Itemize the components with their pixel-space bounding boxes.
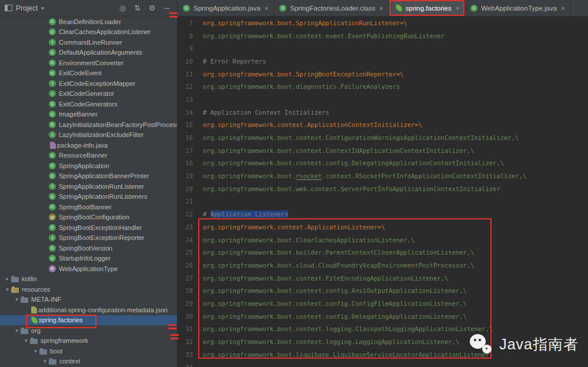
close-tab-icon[interactable]: × bbox=[379, 5, 383, 12]
editor-line[interactable]: 21 bbox=[178, 195, 588, 208]
tree-item-label: EnvironmentConverter bbox=[59, 59, 123, 66]
tree-item-exitcodegenerator[interactable]: IExitCodeGenerator bbox=[0, 89, 177, 99]
project-tree: CBeanDefinitionLoaderCClearCachesApplica… bbox=[0, 16, 177, 367]
collapse-arrow-icon[interactable]: ▾ bbox=[32, 348, 39, 354]
tree-item-exitcodeexceptionmapper[interactable]: IExitCodeExceptionMapper bbox=[0, 78, 177, 89]
editor-line[interactable]: 26org.springframework.boot.cloud.CloudFo… bbox=[178, 259, 588, 272]
tree-item-exitcodeevent[interactable]: CExitCodeEvent bbox=[0, 68, 177, 79]
tree-item-kotlin[interactable]: ▸kotlin bbox=[0, 274, 177, 285]
tree-item-imagebanner[interactable]: CImageBanner bbox=[0, 109, 177, 120]
editor[interactable]: 7org.springframework.boot.SpringApplicat… bbox=[178, 16, 588, 367]
tree-item-springapplicationrunlistener[interactable]: ISpringApplicationRunListener bbox=[0, 181, 177, 192]
code-text: # Error Reporters bbox=[199, 58, 266, 65]
tab-springfactoriesloader-class[interactable]: CSpringFactoriesLoader.class× bbox=[274, 0, 389, 16]
underlined-text: rsocket bbox=[296, 172, 322, 180]
tree-item-lazyinitializationexcludefilter[interactable]: ILazyInitializationExcludeFilter bbox=[0, 130, 177, 141]
tree-item-springbootconfiguration[interactable]: @SpringBootConfiguration bbox=[0, 212, 177, 223]
editor-line[interactable]: 23org.springframework.context.Applicatio… bbox=[178, 221, 588, 233]
tree-item-springbootbanner[interactable]: CSpringBootBanner bbox=[0, 202, 177, 212]
collapse-arrow-icon[interactable]: ▾ bbox=[13, 296, 21, 302]
tab-spring-factories[interactable]: spring.factories× bbox=[389, 0, 465, 16]
close-tab-icon[interactable]: × bbox=[456, 5, 459, 12]
tree-item-springbootexceptionhandler[interactable]: CSpringBootExceptionHandler bbox=[0, 222, 177, 233]
line-number: 17 bbox=[178, 147, 199, 154]
editor-line[interactable]: 13 bbox=[178, 93, 588, 106]
editor-line[interactable]: 14# Application Context Initializers bbox=[178, 106, 588, 119]
collapse-arrow-icon[interactable]: ▾ bbox=[13, 328, 21, 333]
tree-item-resources[interactable]: ▾resources bbox=[0, 284, 177, 295]
tree-item-org[interactable]: ▾org bbox=[0, 325, 177, 336]
close-tab-icon[interactable]: × bbox=[265, 5, 268, 12]
close-tab-icon[interactable]: × bbox=[561, 5, 564, 12]
collapse-arrow-icon[interactable]: ▾ bbox=[22, 338, 30, 343]
tree-item-meta-inf[interactable]: ▾META-INF bbox=[0, 295, 177, 305]
chevron-down-icon[interactable]: ▾ bbox=[41, 5, 44, 11]
tab-webapplicationtype-java[interactable]: CWebApplicationType.java× bbox=[465, 0, 570, 16]
code-text: org.springframework.boot.rsocket.context… bbox=[199, 172, 526, 179]
editor-line[interactable]: 28org.springframework.boot.context.confi… bbox=[178, 284, 588, 297]
editor-line[interactable]: 18org.springframework.boot.context.confi… bbox=[178, 157, 588, 170]
editor-line[interactable]: 9 bbox=[178, 42, 588, 55]
editor-line[interactable]: 31org.springframework.boot.context.loggi… bbox=[178, 323, 588, 336]
class-icon: C bbox=[49, 245, 56, 252]
interface-icon: I bbox=[49, 183, 56, 190]
tree-item-package-info-java[interactable]: package-info.java bbox=[0, 140, 177, 151]
gear-icon[interactable]: ⚙ bbox=[146, 4, 158, 12]
tree-item-boot[interactable]: ▾boot bbox=[0, 346, 177, 356]
tree-item-lazyinitializationbeanfactorypostprocessor[interactable]: CLazyInitializationBeanFactoryPostProces… bbox=[0, 119, 177, 130]
expand-arrow-icon[interactable]: ▸ bbox=[4, 276, 11, 282]
tree-item-exitcodegenerators[interactable]: CExitCodeGenerators bbox=[0, 99, 177, 109]
editor-line[interactable]: 24org.springframework.boot.ClearCachesAp… bbox=[178, 233, 588, 246]
code-text: org.springframework.boot.context.config.… bbox=[199, 287, 467, 294]
collapse-arrow-icon[interactable]: ▾ bbox=[41, 358, 49, 364]
expand-collapse-icon[interactable]: ⇅ bbox=[132, 4, 143, 12]
code-text: org.springframework.boot.context.Context… bbox=[199, 147, 474, 154]
editor-line[interactable]: 17org.springframework.boot.context.Conte… bbox=[178, 144, 588, 157]
tree-item-springframework[interactable]: ▾springframework bbox=[0, 336, 177, 346]
tree-item-beandefinitionloader[interactable]: CBeanDefinitionLoader bbox=[0, 16, 177, 27]
tree-item-defaultapplicationarguments[interactable]: CDefaultApplicationArguments bbox=[0, 48, 177, 58]
tree-item-environmentconverter[interactable]: CEnvironmentConverter bbox=[0, 58, 177, 68]
resources-folder-icon bbox=[11, 288, 19, 293]
editor-line[interactable]: 7org.springframework.boot.SpringApplicat… bbox=[178, 16, 588, 29]
editor-line[interactable]: 16org.springframework.boot.context.Confi… bbox=[178, 131, 588, 144]
line-number: 22 bbox=[178, 211, 199, 218]
tree-item-startupinfologger[interactable]: CStartupInfoLogger bbox=[0, 253, 177, 264]
editor-line[interactable]: 15org.springframework.context.Applicatio… bbox=[178, 119, 588, 132]
project-panel-title[interactable]: Project bbox=[16, 4, 38, 12]
project-pane-icon[interactable] bbox=[5, 5, 12, 11]
tree-item-resourcebanner[interactable]: CResourceBanner bbox=[0, 151, 177, 161]
tree-item-label: package-info.java bbox=[57, 142, 108, 149]
editor-line[interactable]: 10# Error Reporters bbox=[178, 55, 588, 68]
package-info-icon bbox=[50, 142, 56, 149]
tree-item-spring-factories[interactable]: spring.factories bbox=[0, 315, 177, 326]
tree-item-springapplication[interactable]: CSpringApplication bbox=[0, 161, 177, 171]
tree-item-springapplicationbannerprinter[interactable]: CSpringApplicationBannerPrinter bbox=[0, 171, 177, 182]
editor-line[interactable]: 29org.springframework.boot.context.confi… bbox=[178, 297, 588, 310]
editor-line[interactable]: 8org.springframework.boot.context.event.… bbox=[178, 29, 588, 42]
collapse-arrow-icon[interactable]: ▾ bbox=[4, 286, 11, 292]
tree-item-clearcachesapplicationlistener[interactable]: CClearCachesApplicationListener bbox=[0, 27, 177, 38]
editor-line[interactable]: 30org.springframework.boot.context.confi… bbox=[178, 310, 588, 323]
editor-line[interactable]: 12org.springframework.boot.diagnostics.F… bbox=[178, 80, 588, 93]
tree-item-webapplicationtype[interactable]: EWebApplicationType bbox=[0, 263, 177, 274]
tab-springapplication-java[interactable]: CSpringApplication.java× bbox=[178, 0, 274, 16]
editor-line[interactable]: 22# Application Listeners bbox=[178, 208, 588, 221]
tree-item-additional-spring-configuration-metadata-json[interactable]: additional-spring-configuration-metadata… bbox=[0, 305, 177, 315]
locate-file-icon[interactable]: ◎ bbox=[117, 4, 128, 12]
tree-item-commandlinerunner[interactable]: ICommandLineRunner bbox=[0, 37, 177, 48]
editor-line[interactable]: 20org.springframework.boot.web.context.S… bbox=[178, 182, 588, 195]
tree-item-context[interactable]: ▾context bbox=[0, 356, 177, 367]
line-number: 7 bbox=[178, 19, 199, 26]
tree-item-springapplicationrunlisteners[interactable]: CSpringApplicationRunListeners bbox=[0, 192, 177, 202]
editor-line[interactable]: 19org.springframework.boot.rsocket.conte… bbox=[178, 169, 588, 182]
editor-line[interactable]: 27org.springframework.boot.context.FileE… bbox=[178, 272, 588, 285]
editor-line[interactable]: 25org.springframework.boot.builder.Paren… bbox=[178, 246, 588, 259]
editor-line[interactable]: 34 bbox=[178, 361, 588, 367]
spring-leaf-icon bbox=[395, 4, 402, 11]
minimize-icon[interactable]: ─ bbox=[161, 4, 172, 12]
tree-item-springbootexceptionreporter[interactable]: ISpringBootExceptionReporter bbox=[0, 233, 177, 243]
editor-line[interactable]: 11org.springframework.boot.SpringBootExc… bbox=[178, 68, 588, 81]
line-number: 21 bbox=[178, 198, 199, 205]
tree-item-springbootversion[interactable]: CSpringBootVersion bbox=[0, 243, 177, 253]
